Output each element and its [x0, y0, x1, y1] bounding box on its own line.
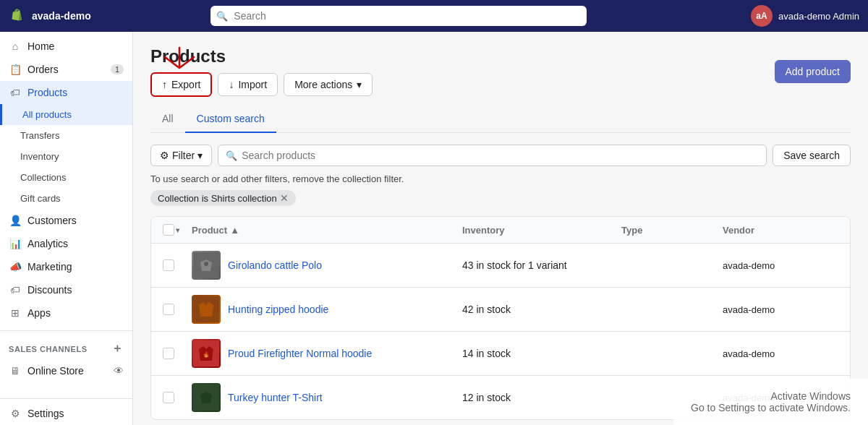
- table-header-inventory: Inventory: [462, 225, 621, 236]
- sidebar-item-discounts[interactable]: 🏷 Discounts: [0, 278, 132, 301]
- shopify-icon: [9, 7, 26, 25]
- filter-message: To use search or add other filters, remo…: [150, 173, 851, 184]
- table-row: Hunting zipped hoodie 42 in stock avada-…: [151, 288, 850, 332]
- product-thumbnail-4: [192, 383, 221, 412]
- svg-point-1: [204, 262, 208, 266]
- marketing-icon: 📣: [9, 260, 22, 273]
- table-header: ▾ Product ▲ Inventory Type Vendor: [151, 217, 850, 244]
- search-products-input[interactable]: [242, 150, 759, 161]
- sidebar-bottom-divider: [0, 398, 132, 399]
- search-products-icon: 🔍: [226, 150, 237, 161]
- sidebar-main-nav: ⌂ Home 📋 Orders 1 🏷 Products All product…: [0, 32, 132, 327]
- select-all-checkbox[interactable]: [163, 224, 174, 236]
- sidebar-item-apps[interactable]: ⊞ Apps: [0, 301, 132, 325]
- import-button[interactable]: ↓ Import: [218, 73, 278, 96]
- sidebar-item-analytics[interactable]: 📊 Analytics: [0, 232, 132, 255]
- store-logo[interactable]: avada-demo: [9, 7, 124, 25]
- filter-button[interactable]: ⚙ Filter ▾: [150, 145, 212, 166]
- row-checkbox-3: [163, 348, 192, 359]
- inventory-cell-2: 42 in stock: [462, 304, 621, 315]
- tab-all[interactable]: All: [150, 106, 185, 133]
- active-filters: Collection is Shirts collection ✕: [150, 190, 851, 206]
- search-icon: 🔍: [216, 11, 228, 22]
- sidebar-item-orders[interactable]: 📋 Orders 1: [0, 58, 132, 81]
- product-cell-2: Hunting zipped hoodie: [192, 295, 462, 324]
- sidebar-item-collections[interactable]: Collections: [0, 167, 132, 188]
- sidebar-item-settings[interactable]: ⚙ Settings: [0, 402, 132, 425]
- more-actions-button[interactable]: More actions ▾: [284, 73, 373, 96]
- product-name-1[interactable]: Girolando cattle Polo: [228, 259, 322, 271]
- product-cell-1: Girolando cattle Polo: [192, 251, 462, 280]
- remove-filter-btn[interactable]: ✕: [280, 192, 289, 204]
- sidebar-item-label: Customers: [27, 215, 77, 226]
- sidebar-item-home[interactable]: ⌂ Home: [0, 35, 132, 58]
- activate-windows-subtext: Go to Settings to activate Windows.: [691, 402, 851, 413]
- table-row: Girolando cattle Polo 43 in stock for 1 …: [151, 244, 850, 288]
- sidebar-item-label: Home: [27, 40, 54, 52]
- add-sales-channel-btn[interactable]: ＋: [111, 341, 124, 356]
- sidebar-item-label: Online Store: [27, 365, 84, 377]
- sidebar-item-label: Apps: [27, 307, 51, 319]
- sidebar-item-inventory[interactable]: Inventory: [0, 146, 132, 167]
- inventory-cell-1: 43 in stock for 1 variant: [462, 259, 621, 271]
- online-store-icon: 🖥: [9, 364, 22, 377]
- topbar-search-wrap: 🔍: [210, 6, 587, 26]
- sidebar-item-transfers[interactable]: Transfers: [0, 125, 132, 146]
- products-icon: 🏷: [9, 86, 22, 99]
- sidebar-item-label: Collections: [20, 172, 67, 183]
- table-header-vendor: Vendor: [723, 225, 838, 236]
- add-product-button[interactable]: Add product: [775, 60, 851, 83]
- save-search-button[interactable]: Save search: [773, 145, 851, 166]
- settings-icon: ⚙: [9, 407, 22, 420]
- product-name-4[interactable]: Turkey hunter T-Shirt: [228, 392, 323, 403]
- product-thumbnail-2: [192, 295, 221, 324]
- page-actions: ↑ Export ↓ Import More actions: [150, 72, 373, 97]
- row-checkbox-1: [163, 259, 192, 271]
- tab-custom-search[interactable]: Custom search: [185, 106, 276, 133]
- orders-badge: 1: [111, 64, 124, 74]
- customers-icon: 👤: [9, 214, 22, 227]
- product-cell-4: Turkey hunter T-Shirt: [192, 383, 462, 412]
- sidebar-item-marketing[interactable]: 📣 Marketing: [0, 255, 132, 278]
- activate-windows-text: Activate Windows: [691, 390, 851, 402]
- row-checkbox[interactable]: [163, 304, 174, 315]
- table-header-product[interactable]: Product ▲: [192, 225, 462, 236]
- vendor-cell-1: avada-demo: [723, 260, 838, 271]
- sidebar-item-label: Inventory: [20, 151, 59, 162]
- hoodie2-img: 🔥: [193, 340, 219, 366]
- sidebar-item-gift-cards[interactable]: Gift cards: [0, 188, 132, 209]
- avatar[interactable]: aA: [751, 5, 773, 27]
- sidebar-item-label: Marketing: [27, 261, 72, 272]
- row-checkbox[interactable]: [163, 259, 174, 271]
- sidebar-item-label: Analytics: [27, 238, 68, 249]
- product-thumbnail-1: [192, 251, 221, 280]
- sidebar-item-customers[interactable]: 👤 Customers: [0, 209, 132, 232]
- hoodie1-img: [193, 296, 219, 322]
- inventory-cell-3: 14 in stock: [462, 348, 621, 359]
- row-checkbox[interactable]: [163, 348, 174, 359]
- row-checkbox[interactable]: [163, 392, 174, 403]
- product-name-2[interactable]: Hunting zipped hoodie: [228, 304, 328, 315]
- product-cell-3: 🔥 Proud Firefighter Normal hoodie: [192, 339, 462, 368]
- filter-bar: ⚙ Filter ▾ 🔍 Save search: [150, 145, 851, 166]
- inventory-cell-4: 12 in stock: [462, 392, 621, 403]
- export-button[interactable]: ↑ Export: [150, 72, 212, 97]
- sidebar-item-label: Orders: [27, 64, 59, 75]
- topbar: avada-demo 🔍 aA avada-demo Admin: [0, 0, 868, 32]
- topbar-search-input[interactable]: [210, 6, 587, 26]
- sidebar-item-online-store[interactable]: 🖥 Online Store 👁: [0, 359, 132, 382]
- chevron-down-icon: ▾: [357, 79, 362, 90]
- sidebar-item-all-products[interactable]: All products: [0, 104, 132, 125]
- search-products-wrap: 🔍: [218, 145, 767, 166]
- select-all-chevron[interactable]: ▾: [176, 226, 179, 234]
- sidebar-item-label: Transfers: [20, 130, 59, 141]
- orders-icon: 📋: [9, 63, 22, 76]
- sidebar-item-label: Products: [27, 87, 67, 98]
- topbar-right: aA avada-demo Admin: [751, 5, 859, 27]
- sidebar-item-products[interactable]: 🏷 Products: [0, 81, 132, 104]
- select-all-group[interactable]: ▾: [163, 224, 179, 236]
- product-name-3[interactable]: Proud Firefighter Normal hoodie: [228, 348, 372, 359]
- apps-icon: ⊞: [9, 306, 22, 319]
- eye-icon: 👁: [114, 365, 124, 377]
- sidebar-item-label: Gift cards: [20, 193, 61, 204]
